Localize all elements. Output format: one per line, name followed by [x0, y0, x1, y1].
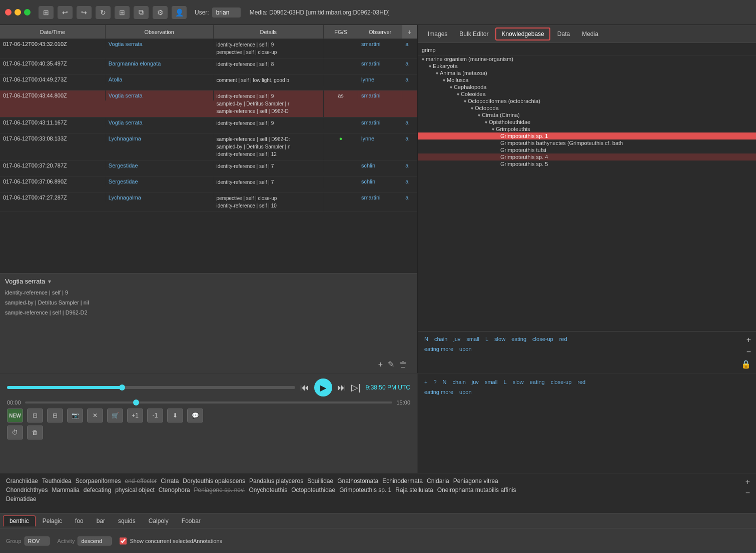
eating-more-concept-button[interactable]: eating more	[423, 388, 455, 396]
concept-tag-l[interactable]: L	[484, 336, 490, 342]
tree-node-cirrata-(cirrina)[interactable]: ▾Cirrata (Cirrina)	[418, 112, 756, 118]
concept-lock-button[interactable]: 🔒	[741, 360, 751, 369]
settings-button[interactable]: ⚙	[153, 6, 168, 19]
window-button[interactable]: ⧉	[134, 6, 149, 19]
tree-node-cephalopoda[interactable]: ▾Cephalopoda	[418, 84, 756, 90]
person-button[interactable]: 👤	[172, 6, 187, 19]
question-concept-button[interactable]: ?	[432, 378, 438, 386]
concept-minus-button[interactable]: −	[746, 348, 751, 356]
workspace-tab-foo[interactable]: foo	[69, 516, 90, 526]
workspace-tab-bar[interactable]: bar	[91, 516, 111, 526]
edit-annotation-button[interactable]: ✎	[388, 360, 394, 369]
bottom-tag-pandalus-platyceros[interactable]: Pandalus platyceros	[249, 478, 303, 484]
small-concept-button[interactable]: small	[483, 378, 499, 386]
n-concept-button[interactable]: N	[441, 378, 448, 386]
table-row[interactable]: 017-06-12T00:04:49.273Z Atolla comment |…	[0, 74, 417, 90]
juv-concept-button[interactable]: juv	[470, 378, 480, 386]
bottom-tag-oneirophanta-mutabilis-affinis[interactable]: Oneirophanta mutabilis affinis	[437, 486, 516, 494]
right-tab-images[interactable]: Images	[423, 28, 452, 40]
play-button[interactable]: ▶	[314, 378, 332, 396]
table-row[interactable]: 017-06-12T00:33:08.133Z Lychnagalma samp…	[0, 134, 417, 160]
concept-tag-n[interactable]: N	[423, 336, 430, 342]
bottom-tag-octopoteuthidae[interactable]: Octopoteuthidae	[291, 486, 335, 494]
eating-concept-button[interactable]: eating	[528, 378, 546, 386]
bottom-tag-cranchiidae[interactable]: Cranchiidae	[6, 478, 38, 484]
tree-node-coleoidea[interactable]: ▾Coleoidea	[418, 90, 756, 98]
right-tab-media[interactable]: Media	[577, 28, 603, 40]
tree-node-grimpoteuthis-sp.-1[interactable]: Grimpoteuthis sp. 1	[418, 132, 756, 140]
close-up-concept-button[interactable]: close-up	[549, 378, 573, 386]
timer-button[interactable]: ⏱	[7, 426, 23, 440]
bottom-tag-peniagone-vitrea[interactable]: Peniagone vitrea	[453, 478, 498, 484]
bottom-tag-mammalia[interactable]: Mammalia	[52, 486, 79, 494]
bottom-tag-squillidae[interactable]: Squillidae	[307, 478, 333, 484]
tree-node-grimpoteuthis-sp.-4[interactable]: Grimpoteuthis sp. 4	[418, 154, 756, 160]
tree-node-grimpoteuthis-tufsi[interactable]: Grimpoteuthis tufsi	[418, 146, 756, 154]
tree-node-grimpoteuthis[interactable]: ▾Grimpoteuthis	[418, 126, 756, 132]
bottom-tag-peniagone-sp.-nov.[interactable]: Peniagone sp. nov.	[194, 486, 245, 494]
table-row[interactable]: 017-06-12T00:43:11.167Z Vogtia serrata i…	[0, 118, 417, 134]
download-button[interactable]: ⬇	[167, 408, 183, 422]
workspace-tab-benthic[interactable]: benthic	[3, 516, 36, 526]
concurrent-annotations-checkbox[interactable]	[120, 538, 127, 544]
group-select[interactable]: ROV AUV HOV	[25, 536, 50, 546]
redo-button[interactable]: ↪	[77, 6, 92, 19]
slow-concept-button[interactable]: slow	[511, 378, 525, 386]
concept-tag-red[interactable]: red	[558, 336, 569, 342]
concept-tag-close-up[interactable]: close-up	[531, 336, 555, 342]
bottom-tag-end-effector[interactable]: end-effector	[125, 478, 157, 484]
tree-node-grimpoteuthis-bathynectes-(gri[interactable]: Grimpoteuthis bathynectes (Grimpoteuthis…	[418, 140, 756, 146]
concept-tag-juv[interactable]: juv	[452, 336, 462, 342]
plus-concept-button[interactable]: +	[423, 378, 429, 386]
delete-annotation-button[interactable]: 🗑	[399, 360, 407, 369]
bottom-tag-deimatidae[interactable]: Deimatidae	[6, 496, 37, 502]
maximize-button[interactable]	[24, 9, 31, 16]
refresh-button[interactable]: ↻	[96, 6, 111, 19]
bottom-tag-cirrata[interactable]: Cirrata	[161, 478, 179, 484]
workspace-tab-squids[interactable]: squids	[112, 516, 142, 526]
bottom-tag-gnathostomata[interactable]: Gnathostomata	[337, 478, 378, 484]
table-row[interactable]: 017-06-12T00:43:44.800Z Vogtia serrata i…	[0, 90, 417, 118]
camera-button[interactable]: 📷	[67, 408, 83, 422]
rewind-button[interactable]: ⏮	[300, 382, 309, 393]
next-frame-button[interactable]: ▷|	[351, 382, 361, 393]
bottom-tag-ctenophora[interactable]: Ctenophora	[159, 486, 190, 494]
bottom-tag-cnidaria[interactable]: Cnidaria	[427, 478, 449, 484]
delete-obs-button[interactable]: ✕	[87, 408, 103, 422]
tree-node-mollusca[interactable]: ▾Mollusca	[418, 76, 756, 84]
comment-button[interactable]: 💬	[187, 408, 203, 422]
workspace-tab-pelagic[interactable]: Pelagic	[37, 516, 68, 526]
table-row[interactable]: 017-06-12T00:37:20.787Z Sergestidae iden…	[0, 160, 417, 176]
undo-button[interactable]: ↩	[58, 6, 73, 19]
user-dropdown[interactable]: brian	[212, 8, 241, 18]
bottom-tag-teuthoidea[interactable]: Teuthoidea	[42, 478, 72, 484]
table-row[interactable]: 017-06-12T00:40:35.497Z Bargmannia elong…	[0, 58, 417, 74]
th-add-column[interactable]: +	[402, 25, 417, 38]
concept-tag-chain[interactable]: chain	[433, 336, 449, 342]
grid-button[interactable]: ⊞	[115, 6, 130, 19]
concept-add-button[interactable]: +	[746, 336, 751, 344]
tree-node-animalia-(metazoa)[interactable]: ▾Animalia (metazoa)	[418, 70, 756, 76]
bottom-tag-echinodermata[interactable]: Echinodermata	[382, 478, 423, 484]
frame-capture-button[interactable]: ⊡	[27, 408, 43, 422]
concept-tag-slow[interactable]: slow	[493, 336, 507, 342]
activity-select[interactable]: descend ascend transit station	[78, 536, 112, 546]
speed-slider[interactable]	[7, 386, 295, 389]
window-capture-button[interactable]: ⊟	[47, 408, 63, 422]
concept-tag-upon[interactable]: upon	[458, 346, 473, 352]
tree-node-opisthoteuthidae[interactable]: ▾Opisthoteuthidae	[418, 118, 756, 126]
table-row[interactable]: 017-06-12T00:47:27.287Z Lychnagalma pers…	[0, 192, 417, 212]
minus1-button[interactable]: -1	[147, 408, 163, 422]
tree-node-octopodiformes-(octobrachia)[interactable]: ▾Octopodiformes (octobrachia)	[418, 98, 756, 104]
chain-concept-button[interactable]: chain	[451, 378, 467, 386]
right-tab-knowledgebase[interactable]: Knowledgebase	[495, 28, 550, 40]
right-tab-data[interactable]: Data	[552, 28, 575, 40]
close-button[interactable]	[5, 9, 12, 16]
plus1-button[interactable]: +1	[127, 408, 143, 422]
concept-tag-eating-more[interactable]: eating more	[423, 346, 455, 352]
right-tab-bulk-editor[interactable]: Bulk Editor	[454, 28, 493, 40]
workspace-tab-calpoly[interactable]: Calpoly	[143, 516, 175, 526]
bottom-tag-scorpaeniformes[interactable]: Scorpaeniformes	[76, 478, 121, 484]
bottom-minus-button[interactable]: −	[745, 488, 750, 498]
concept-tag-eating[interactable]: eating	[510, 336, 528, 342]
